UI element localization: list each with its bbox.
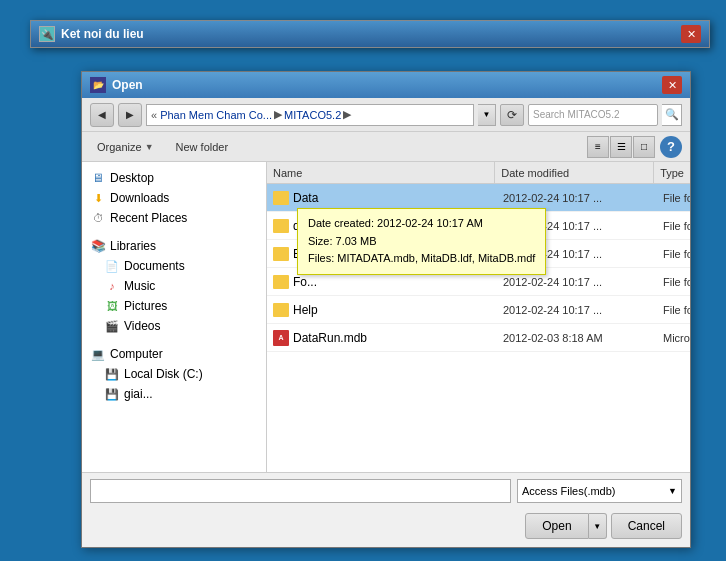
sidebar-label-recent: Recent Places xyxy=(110,211,187,225)
outer-close-button[interactable]: ✕ xyxy=(681,25,701,43)
view-list-button[interactable]: ≡ xyxy=(587,136,609,158)
sidebar-label-videos: Videos xyxy=(124,319,160,333)
breadcrumb-crumb1[interactable]: Phan Mem Cham Co... xyxy=(160,109,272,121)
sidebar-item-giai[interactable]: 💾 giai... xyxy=(82,384,266,404)
table-row[interactable]: A DataRun.mdb 2012-02-03 8:18 AM Microso… xyxy=(267,324,690,352)
folder-icon xyxy=(273,191,289,205)
file-type-datarun: Microsoft Ac... xyxy=(657,332,690,344)
table-row[interactable]: Help 2012-02-24 10:17 ... File folder xyxy=(267,296,690,324)
file-type-exc: File folder xyxy=(657,248,690,260)
file-name-fo: Fo... xyxy=(267,275,497,289)
filetype-dropdown-icon: ▼ xyxy=(668,486,677,496)
outer-title-left: 🔌 Ket noi du lieu xyxy=(39,26,144,42)
file-list-header: Name Date modified Type xyxy=(267,162,690,184)
sidebar-item-local-c[interactable]: 💾 Local Disk (C:) xyxy=(82,364,266,384)
recent-icon: ⏱ xyxy=(90,210,106,226)
forward-button[interactable]: ▶ xyxy=(118,103,142,127)
view-icons-group: ≡ ☰ □ ? xyxy=(587,136,682,158)
open-button-group: Open ▼ xyxy=(525,513,606,539)
filename-input[interactable] xyxy=(90,479,511,503)
sidebar-label-computer: Computer xyxy=(110,347,163,361)
search-placeholder: Search MITACO5.2 xyxy=(533,109,620,120)
inner-close-button[interactable]: ✕ xyxy=(662,76,682,94)
open-dropdown-button[interactable]: ▼ xyxy=(589,513,607,539)
filetype-select[interactable]: Access Files(.mdb) ▼ xyxy=(517,479,682,503)
organize-button[interactable]: Organize ▼ xyxy=(90,138,161,156)
tooltip-line2: Size: 7.03 MB xyxy=(308,233,535,251)
giai-disk-icon: 💾 xyxy=(104,386,120,402)
open-dialog: 📂 Open ✕ ◀ ▶ « Phan Mem Cham Co... ▶ MIT… xyxy=(81,71,691,548)
sidebar-item-documents[interactable]: 📄 Documents xyxy=(82,256,266,276)
filename-bar: Access Files(.mdb) ▼ xyxy=(82,472,690,509)
organize-label: Organize xyxy=(97,141,142,153)
file-date-data: 2012-02-24 10:17 ... xyxy=(497,192,657,204)
sidebar-item-desktop[interactable]: 🖥 Desktop xyxy=(82,168,266,188)
sidebar-label-giai: giai... xyxy=(124,387,153,401)
sidebar-item-computer[interactable]: 💻 Computer xyxy=(82,344,266,364)
address-path[interactable]: « Phan Mem Cham Co... ▶ MITACO5.2 ▶ xyxy=(146,104,474,126)
sidebar-item-libraries[interactable]: 📚 Libraries xyxy=(82,236,266,256)
filetype-label: Access Files(.mdb) xyxy=(522,485,666,497)
path-separator1: ▶ xyxy=(274,108,282,121)
toolbar: Organize ▼ New folder ≡ ☰ □ ? xyxy=(82,132,690,162)
address-dropdown-button[interactable]: ▼ xyxy=(478,104,496,126)
breadcrumb-crumb2[interactable]: MITACO5.2 xyxy=(284,109,341,121)
refresh-button[interactable]: ⟳ xyxy=(500,104,524,126)
inner-window-title: Open xyxy=(112,78,143,92)
file-tooltip: Date created: 2012-02-24 10:17 AM Size: … xyxy=(297,208,546,275)
videos-icon: 🎬 xyxy=(104,318,120,334)
new-folder-button[interactable]: New folder xyxy=(169,138,236,156)
search-input[interactable]: Search MITACO5.2 xyxy=(528,104,658,126)
file-type-help: File folder xyxy=(657,304,690,316)
sidebar-item-videos[interactable]: 🎬 Videos xyxy=(82,316,266,336)
file-date-fo: 2012-02-24 10:17 ... xyxy=(497,276,657,288)
outer-window-icon: 🔌 xyxy=(39,26,55,42)
sidebar-item-downloads[interactable]: ⬇ Downloads xyxy=(82,188,266,208)
folder-icon xyxy=(273,303,289,317)
sidebar-item-recent[interactable]: ⏱ Recent Places xyxy=(82,208,266,228)
sidebar-label-local-c: Local Disk (C:) xyxy=(124,367,203,381)
sidebar-label-desktop: Desktop xyxy=(110,171,154,185)
new-folder-label: New folder xyxy=(176,141,229,153)
address-bar: ◀ ▶ « Phan Mem Cham Co... ▶ MITACO5.2 ▶ … xyxy=(82,98,690,132)
sidebar-label-documents: Documents xyxy=(124,259,185,273)
file-name-data: Data xyxy=(267,191,497,205)
col-header-name[interactable]: Name xyxy=(267,162,495,183)
help-button[interactable]: ? xyxy=(660,136,682,158)
view-large-button[interactable]: □ xyxy=(633,136,655,158)
open-button[interactable]: Open xyxy=(525,513,588,539)
tooltip-line1: Date created: 2012-02-24 10:17 AM xyxy=(308,215,535,233)
file-panel: Name Date modified Type Data 2012-02 xyxy=(267,162,690,472)
search-icon[interactable]: 🔍 xyxy=(662,104,682,126)
action-row: Open ▼ Cancel xyxy=(82,509,690,547)
col-header-type[interactable]: Type xyxy=(654,162,690,183)
file-type-fo: File folder xyxy=(657,276,690,288)
inner-titlebar: 📂 Open ✕ xyxy=(82,72,690,98)
file-name-datarun: A DataRun.mdb xyxy=(267,330,497,346)
back-button[interactable]: ◀ xyxy=(90,103,114,127)
sidebar-item-pictures[interactable]: 🖼 Pictures xyxy=(82,296,266,316)
nav-panel: 🖥 Desktop ⬇ Downloads ⏱ Recent Places 📚 … xyxy=(82,162,267,472)
tooltip-line3: Files: MITADATA.mdb, MitaDB.ldf, MitaDB.… xyxy=(308,250,535,268)
col-header-date[interactable]: Date modified xyxy=(495,162,654,183)
outer-window-title: Ket noi du lieu xyxy=(61,27,144,41)
outer-window: 🔌 Ket noi du lieu ✕ 📂 Open ✕ ◀ ▶ « Phan … xyxy=(30,20,710,48)
view-details-button[interactable]: ☰ xyxy=(610,136,632,158)
computer-icon: 💻 xyxy=(90,346,106,362)
folder-icon xyxy=(273,247,289,261)
path-separator2: ▶ xyxy=(343,108,351,121)
breadcrumb-arrow1: « xyxy=(151,109,157,121)
inner-title-left: 📂 Open xyxy=(90,77,143,93)
music-icon: ♪ xyxy=(104,278,120,294)
libraries-icon: 📚 xyxy=(90,238,106,254)
file-type-dll: File folder xyxy=(657,220,690,232)
cancel-button[interactable]: Cancel xyxy=(611,513,682,539)
sidebar-label-pictures: Pictures xyxy=(124,299,167,313)
table-row[interactable]: Data 2012-02-24 10:17 ... File folder Da… xyxy=(267,184,690,212)
folder-icon xyxy=(273,275,289,289)
outer-titlebar: 🔌 Ket noi du lieu ✕ xyxy=(31,21,709,47)
documents-icon: 📄 xyxy=(104,258,120,274)
organize-dropdown-icon: ▼ xyxy=(145,142,154,152)
sidebar-item-music[interactable]: ♪ Music xyxy=(82,276,266,296)
mdb-icon: A xyxy=(273,330,289,346)
